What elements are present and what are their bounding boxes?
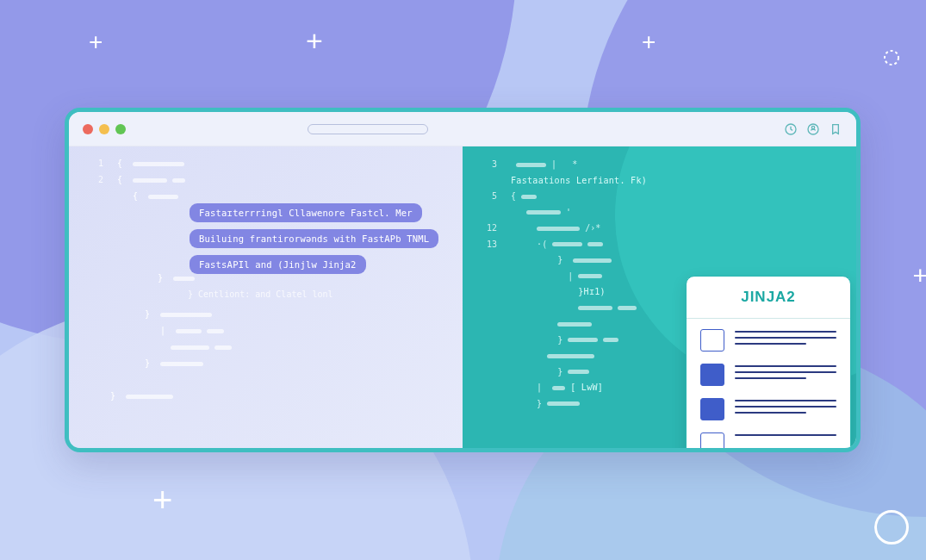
list-item xyxy=(700,432,836,448)
code-text: } Centliont: and Clatel lonl xyxy=(188,289,447,299)
gutter-num: 13 xyxy=(478,237,497,253)
thumbnail-icon xyxy=(700,432,724,448)
right-code-pane: 3 | * Fastaations Lerfiant. Fk) 5 { ' 12… xyxy=(463,146,856,448)
tag-chip: FastsAPIl and (Jinjlw Jinja2 xyxy=(190,255,366,274)
svg-point-3 xyxy=(811,126,814,128)
gutter-num: 12 xyxy=(478,221,497,237)
code-text: Fastaations Lerfiant. Fk) xyxy=(511,176,647,185)
gutter-num: 2 xyxy=(84,171,103,188)
thumbnail-icon xyxy=(700,364,724,386)
thumbnail-icon xyxy=(700,398,724,420)
tag-chip: Fastaɪterrringl Cllawenore Fastcl. Mer xyxy=(190,203,422,222)
thumbnail-icon xyxy=(700,329,724,352)
plus-icon: + xyxy=(912,263,926,289)
code-text: }Hɪ1) xyxy=(578,287,606,296)
code-text: [ LwW] xyxy=(570,383,603,392)
gear-icon xyxy=(881,47,902,68)
minimize-dot[interactable] xyxy=(99,124,109,134)
plus-icon: + xyxy=(642,30,656,54)
browser-window: 1 { 2 { { } Fastaɪterrringl Cllawenore F… xyxy=(65,108,861,452)
tag-chip: Builuing frantirorwənds with FastAPb TNM… xyxy=(190,229,438,248)
address-bar[interactable] xyxy=(308,124,428,134)
titlebar xyxy=(69,112,856,146)
traffic-lights xyxy=(83,124,126,134)
clock-icon[interactable] xyxy=(784,122,798,136)
list-item xyxy=(700,364,836,386)
plus-icon: + xyxy=(306,26,323,55)
card-title: JINJA2 xyxy=(700,289,836,306)
jinja2-card: JINJA2 xyxy=(686,276,851,448)
left-code-pane: 1 { 2 { { } Fastaɪterrringl Cllawenore F… xyxy=(69,146,463,448)
plus-icon: + xyxy=(152,482,172,517)
gutter-num: 5 xyxy=(478,189,497,205)
plus-icon: + xyxy=(89,30,103,54)
bookmark-icon[interactable] xyxy=(829,122,842,136)
zoom-dot[interactable] xyxy=(115,124,126,134)
list-item xyxy=(700,329,836,352)
list-item xyxy=(700,398,836,420)
gutter-num: 3 xyxy=(478,157,497,173)
user-circle-icon[interactable] xyxy=(806,122,820,136)
gutter-num: 1 xyxy=(84,155,103,171)
svg-point-0 xyxy=(885,51,898,65)
circle-icon xyxy=(874,510,909,544)
close-dot[interactable] xyxy=(83,124,93,134)
